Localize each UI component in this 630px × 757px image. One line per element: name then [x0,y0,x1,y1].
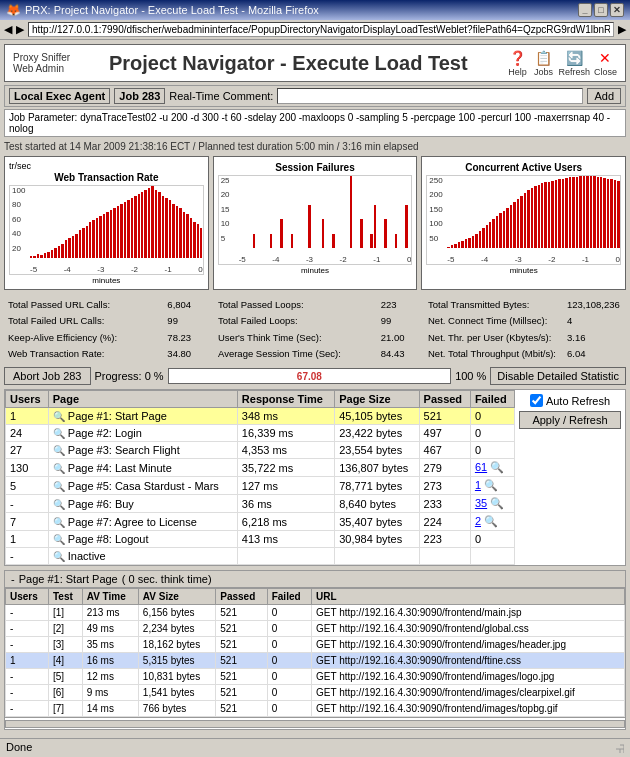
stat-row: User's Think Time (Sec): 21.00 [216,331,414,345]
users-cell: 130 [6,459,49,477]
response-cell: 16,339 ms [237,425,334,442]
table-row[interactable]: 1 🔍 Page #1: Start Page 348 ms 45,105 by… [6,408,515,425]
stat-label: Total Transmitted Bytes: [426,298,563,312]
detail-row[interactable]: - [1] 213 ms 6,156 bytes 521 0 GET http:… [6,605,625,621]
stat-value: 123,108,236 [565,298,624,312]
address-input[interactable] [28,22,614,37]
y-label: 200 [429,190,442,199]
detail-row[interactable]: 1 [4] 16 ms 5,315 bytes 521 0 GET http:/… [6,653,625,669]
detail-failed: 0 [267,669,311,685]
detail-row[interactable]: - [2] 49 ms 2,234 bytes 521 0 GET http:/… [6,621,625,637]
y-label: 250 [429,176,442,185]
table-row[interactable]: 7 🔍 Page #7: Agree to License 6,218 ms 3… [6,513,515,531]
chart-bar [534,186,536,248]
params-bar: Job Parameter: dynaTraceTest02 -u 200 -d… [4,109,626,137]
detail-collapse-icon[interactable]: - [11,573,15,585]
search-icon: 🔍 [53,534,65,545]
minimize-button[interactable]: _ [578,3,592,17]
stat-table: Total Passed Loops: 223 Total Failed Loo… [214,296,416,363]
disable-statistic-button[interactable]: Disable Detailed Statistic [490,367,626,385]
stat-table: Total Transmitted Bytes: 123,108,236 Net… [424,296,626,363]
chart-bar [374,205,376,248]
main-table: Users Page Response Time Page Size Passe… [5,390,515,565]
chart-bar [475,234,477,248]
table-row[interactable]: 27 🔍 Page #3: Search Flight 4,353 ms 23,… [6,442,515,459]
response-cell: 36 ms [237,495,334,513]
chart-bar [499,213,501,248]
detail-failed: 0 [267,685,311,701]
chart-bar [610,179,612,248]
maximize-button[interactable]: □ [594,3,608,17]
detail-av-size: 18,162 bytes [138,637,215,653]
detail-row[interactable]: - [5] 12 ms 10,831 bytes 521 0 GET http:… [6,669,625,685]
detail-passed: 521 [216,637,267,653]
chart-bar [183,212,185,258]
auto-refresh-checkbox[interactable] [530,394,543,407]
table-row[interactable]: 24 🔍 Page #2: Login 16,339 ms 23,422 byt… [6,425,515,442]
detail-row[interactable]: - [7] 14 ms 766 bytes 521 0 GET http://1… [6,701,625,717]
table-row[interactable]: - 🔍 Inactive [6,548,515,565]
stat-row: Average Session Time (Sec): 84.43 [216,347,414,361]
forward-icon[interactable]: ▶ [16,23,24,36]
detail-url: GET http://192.16.4.30:9090/frontend/mai… [311,605,624,621]
chart-bar [186,214,188,258]
detail-row[interactable]: - [3] 35 ms 18,162 bytes 521 0 GET http:… [6,637,625,653]
failed-cell: 61 🔍 [470,459,514,477]
chart-bar [583,176,585,248]
detail-url: GET http://192.16.4.30:9090/frontend/ima… [311,701,624,717]
detail-scrollbar[interactable] [5,717,625,729]
detail-col-passed: Passed [216,589,267,605]
chart-bar [510,205,512,248]
chart-bar [607,179,609,248]
search-icon: 🔍 [53,445,65,456]
chart-bar [280,219,282,248]
refresh-button[interactable]: 🔄 Refresh [558,49,590,77]
close-button[interactable]: ✕ Close [594,49,617,77]
add-comment-button[interactable]: Add [587,88,621,104]
search-icon: 🔍 [53,551,65,562]
main-table-header: Users Page Response Time Page Size Passe… [6,391,515,408]
window-close-button[interactable]: ✕ [610,3,624,17]
page-cell: 🔍 Page #2: Login [48,425,237,442]
abort-button[interactable]: Abort Job 283 [4,367,91,385]
app-title: Project Navigator - Execute Load Test [70,52,506,75]
jobs-button[interactable]: 📋 Jobs [532,49,554,77]
failed-link[interactable]: 1 [475,479,481,491]
apply-refresh-button[interactable]: Apply / Refresh [519,411,621,429]
stat-value: 34.80 [165,347,204,361]
failed-cell: 1 🔍 [470,477,514,495]
chart-inner: 252015105 -5-4-3-2-10 [218,175,413,265]
failed-link[interactable]: 2 [475,515,481,527]
users-cell: - [6,548,49,565]
failed-link[interactable]: 61 [475,461,487,473]
size-cell: 23,554 bytes [335,442,419,459]
stat-row: Net. Total Throughput (Mbit/s): 6.04 [426,347,624,361]
resize-grip[interactable] [612,741,624,753]
table-row[interactable]: - 🔍 Page #6: Buy 36 ms 8,640 bytes 233 3… [6,495,515,513]
comment-input[interactable] [277,88,583,104]
stat-value: 3.16 [565,331,624,345]
detail-test: [1] [49,605,83,621]
chart-title: Session Failures [218,162,413,173]
help-button[interactable]: ❓ Help [506,49,528,77]
chart-bar [127,200,129,258]
chart-bar [44,253,46,258]
detail-test: [2] [49,621,83,637]
chart-bar [270,234,272,248]
table-row[interactable]: 130 🔍 Page #4: Last Minute 35,722 ms 136… [6,459,515,477]
users-cell: 1 [6,408,49,425]
page-cell: 🔍 Page #7: Agree to License [48,513,237,531]
detail-failed: 0 [267,637,311,653]
failed-link[interactable]: 35 [475,497,487,509]
y-label: 10 [221,219,230,228]
back-icon[interactable]: ◀ [4,23,12,36]
table-row[interactable]: 5 🔍 Page #5: Casa Stardust - Mars 127 ms… [6,477,515,495]
progress-100: 100 % [455,370,486,382]
chart-bar [520,196,522,248]
app-icon: 🦊 [6,3,21,17]
response-cell: 127 ms [237,477,334,495]
go-icon[interactable]: ▶ [618,23,626,36]
chart-bar [33,256,35,258]
table-row[interactable]: 1 🔍 Page #8: Logout 413 ms 30,984 bytes … [6,531,515,548]
detail-row[interactable]: - [6] 9 ms 1,541 bytes 521 0 GET http://… [6,685,625,701]
